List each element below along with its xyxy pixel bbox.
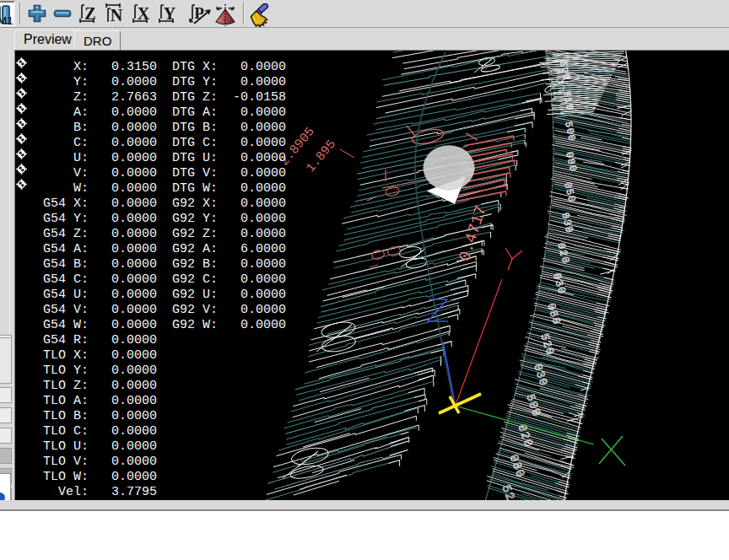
svg-text:X: X — [138, 4, 150, 23]
svg-text:Y: Y — [164, 4, 176, 23]
svg-text:N: N — [111, 6, 123, 24]
svg-text:020: 020 — [515, 423, 536, 450]
svg-text:Z: Z — [84, 4, 95, 23]
svg-text:520: 520 — [537, 332, 557, 358]
